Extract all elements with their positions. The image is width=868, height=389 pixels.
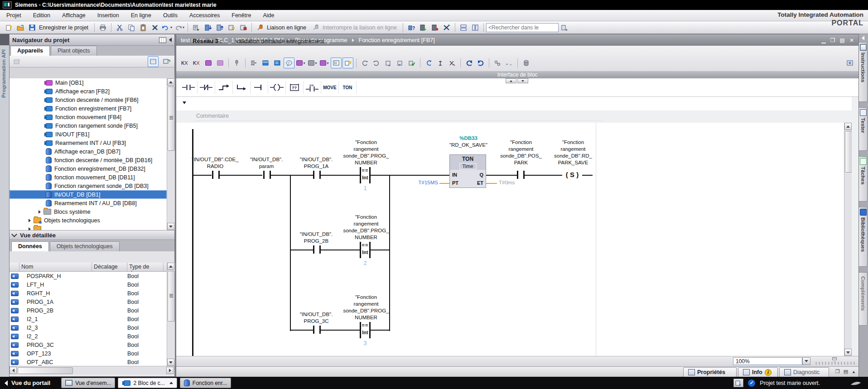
close-all-networks-icon[interactable] (260, 58, 271, 68)
create-new-block-icon[interactable] (12, 56, 23, 67)
stop-runtime-icon[interactable] (429, 22, 440, 33)
taskbar-function-button[interactable]: Fonction enr... (180, 378, 231, 388)
menu-accessoires[interactable]: Accessoires (189, 12, 220, 19)
save-project-label[interactable]: Enregistrer le projet (39, 24, 88, 31)
compare-operand-value[interactable]: 1 (356, 185, 374, 192)
tree-item[interactable]: Objets technologiques (10, 216, 167, 225)
tab-diagnostic[interactable]: Diagnostic (779, 367, 829, 377)
network-description[interactable]: validation demande enregistrement (236, 38, 324, 44)
collapse-panel-icon[interactable] (169, 38, 172, 42)
tree-item[interactable]: Fonction rangement sonde_DB [DB3] (10, 182, 167, 190)
table-row[interactable]: I2_3Bool (10, 323, 167, 332)
tree-item[interactable]: Rearmement INT / AU_DB [DB8] (10, 199, 167, 207)
start-cpu-icon[interactable] (226, 22, 237, 33)
tree-item[interactable]: Fonction enregistrement [FB7] (10, 104, 167, 113)
upload-from-device-icon[interactable] (214, 22, 225, 33)
pin-q[interactable]: Q (479, 172, 483, 178)
go-to-previous-error-icon[interactable] (359, 58, 370, 68)
taskbar-blocks-button[interactable]: 2 Bloc de c... (118, 378, 177, 388)
favorite-close-branch-icon[interactable] (233, 81, 251, 94)
expand-icon[interactable] (39, 210, 41, 214)
network-title[interactable]: Réseau 3 : (193, 38, 222, 44)
scroll-left-icon[interactable] (10, 367, 17, 374)
accessible-devices-icon[interactable]: ? (406, 22, 417, 33)
pin-in[interactable]: IN (452, 172, 457, 178)
table-row[interactable]: I2_1Bool (10, 315, 167, 323)
table-row[interactable]: PROG_2BBool (10, 306, 167, 315)
network-comments-icon[interactable] (284, 58, 294, 68)
go-offline-icon[interactable] (310, 22, 321, 33)
split-editor-horizontal-icon[interactable] (458, 22, 469, 33)
favorites-icon[interactable] (342, 58, 353, 68)
table-row[interactable]: RGHT_HBool (10, 289, 167, 298)
tab-appareils[interactable]: Appareils (10, 46, 50, 56)
operand-label[interactable]: "IN/OUT_DB".PROG_2B (288, 231, 344, 245)
absolute-operands-icon[interactable] (331, 58, 342, 68)
free-form-comments-icon[interactable]: ␣ (504, 58, 515, 68)
tree-item[interactable]: Fonction rangement sonde [FB5] (10, 121, 167, 130)
splitter-expand-icon[interactable] (506, 78, 516, 83)
tab-instructions[interactable]: Instructions (859, 42, 868, 102)
network-comment[interactable]: Commentaire (196, 113, 229, 119)
collapse-network-icon[interactable] (183, 101, 186, 104)
scroll-up-icon[interactable] (167, 263, 174, 270)
print-icon[interactable] (97, 22, 108, 33)
delete-icon[interactable] (149, 22, 160, 33)
details-view-icon[interactable] (148, 56, 159, 67)
compile-icon[interactable] (191, 22, 202, 33)
set-coil[interactable]: ( S ) (559, 170, 585, 181)
column-decalage[interactable]: Décalage (92, 263, 127, 271)
table-row[interactable]: PROG_1ABool (10, 298, 167, 306)
menu-affichage[interactable]: Affichage (62, 12, 86, 19)
menu-aide[interactable]: Aide (263, 12, 274, 19)
tree-item[interactable]: Affichage ecran_DB [DB7] (10, 147, 167, 156)
menu-projet[interactable]: Projet (6, 12, 21, 19)
table-row[interactable]: POSPARK_HBool (10, 272, 167, 280)
download-to-device-icon[interactable] (203, 22, 213, 33)
pin-pt[interactable]: PT (452, 180, 458, 186)
timer-db-label[interactable]: %DB33 (440, 135, 497, 142)
redo-icon[interactable]: ▾ (174, 22, 185, 33)
operand-label[interactable]: "Fonctionrangementsonde_DB".RD_PARK_SAVE (545, 139, 601, 166)
table-row[interactable]: I2_2Bool (10, 332, 167, 341)
menu-edition[interactable]: Edition (33, 12, 50, 19)
float-inspector-icon[interactable]: ❐ (835, 369, 840, 375)
list-inspector-icon[interactable]: ▤ (844, 369, 848, 375)
menu-en-ligne[interactable]: En ligne (131, 12, 151, 19)
restore-editor-icon[interactable]: ❐ (830, 37, 835, 43)
diagram-view-icon[interactable] (161, 56, 172, 67)
rename-operands-icon[interactable]: ▾ (319, 58, 330, 68)
menu-insertion[interactable]: Insertion (97, 12, 119, 19)
favorite-move-icon[interactable]: MOVE (321, 81, 339, 94)
favorite-contact-no-icon[interactable] (180, 81, 198, 94)
favorite-empty-box-icon[interactable]: ?? (286, 81, 304, 94)
tree-item-selected[interactable]: IN/OUT_DB [DB1] (10, 190, 167, 199)
compare-equal-int[interactable]: ==Int (360, 242, 371, 258)
tree-scrollbar[interactable] (167, 78, 175, 230)
compare-equal-int[interactable]: ==Int (360, 167, 371, 183)
favorite-open-branch-icon[interactable] (215, 81, 233, 94)
operand-label[interactable]: "IN/OUT_DB".CDE_RADIO (187, 156, 243, 170)
tree-item[interactable]: Rearmement INT / AU [FB3] (10, 139, 167, 147)
portal-view-button[interactable]: Vue du portail (5, 379, 50, 386)
ladder-canvas[interactable]: "IN/OUT_DB".CDE_RADIO "IN/OUT_DB".param … (176, 123, 852, 356)
tree-item[interactable]: fonction mouvement [FB4] (10, 113, 167, 121)
editor-scrollbar[interactable] (844, 123, 852, 356)
favorite-ton-icon[interactable]: TON (339, 81, 357, 94)
interface-splitter[interactable]: Interface de bloc (176, 71, 858, 78)
ton-timer-block[interactable]: TON Time IN PT Q ET (449, 154, 486, 188)
tree-item[interactable]: IN/OUT [FB1] (10, 130, 167, 139)
table-row[interactable]: LFT_HBool (10, 280, 167, 289)
open-project-icon[interactable] (15, 22, 26, 33)
compare-equal-int[interactable]: ==Int (360, 322, 371, 338)
tree-item[interactable]: Blocs système (10, 207, 167, 216)
expand-right-panel-icon[interactable] (862, 36, 864, 40)
expand-inspector-icon[interactable]: ▲ (852, 370, 856, 374)
favorite-rail-end-icon[interactable] (251, 81, 268, 94)
tab-taches[interactable]: Tâches (859, 156, 868, 202)
show-operands-icon[interactable]: ▾ (295, 58, 306, 68)
column-view-icon[interactable] (159, 37, 166, 43)
jump-forward-icon[interactable] (475, 58, 486, 68)
detail-scrollbar-thumb[interactable] (168, 271, 175, 322)
jump-backward-icon[interactable] (463, 58, 474, 68)
